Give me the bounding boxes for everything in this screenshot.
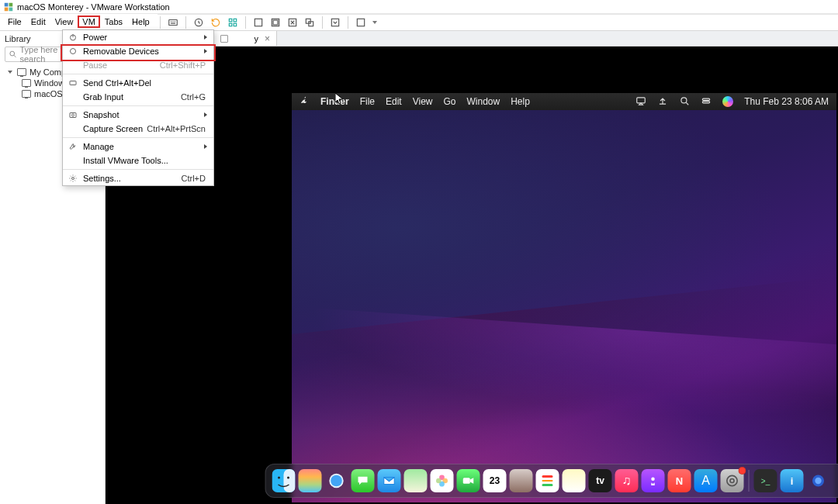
dock-appstore-icon[interactable]: A	[694, 469, 718, 492]
submenu-arrow-icon	[204, 35, 207, 40]
dock-facetime-icon[interactable]	[457, 469, 480, 492]
svg-rect-12	[273, 20, 278, 25]
tab-active[interactable]: macOS Monterey y ×	[214, 31, 277, 47]
vm-icon	[22, 79, 31, 87]
svg-rect-17	[357, 19, 364, 26]
dock-podcasts-icon[interactable]	[642, 469, 665, 492]
svg-rect-1	[9, 2, 13, 6]
menu-snapshot[interactable]: Snapshot	[63, 108, 213, 122]
svg-point-42	[436, 478, 442, 484]
mac-menu-edit[interactable]: Edit	[386, 96, 402, 107]
svg-point-38	[331, 475, 342, 487]
menu-manage[interactable]: Manage	[63, 140, 213, 154]
svg-rect-32	[703, 101, 710, 102]
window-titlebar: macOS Monterey - VMware Workstation	[0, 0, 838, 14]
menu-pause[interactable]: PauseCtrl+Shift+P	[63, 58, 213, 72]
menu-capture-screen[interactable]: Capture ScreenCtrl+Alt+PrtScn	[63, 122, 213, 136]
stretch-button[interactable]	[353, 15, 369, 30]
menu-install-tools[interactable]: Install VMware Tools...	[63, 154, 213, 167]
menu-grab-input[interactable]: Grab InputCtrl+G	[63, 90, 213, 104]
computer-icon	[17, 68, 26, 76]
vm-icon	[22, 90, 31, 98]
dock-terminal-icon[interactable]: >_	[754, 469, 777, 492]
menubar: File Edit View VM Tabs Help	[0, 14, 158, 29]
mac-dock: 23tv♫NA>_i	[265, 464, 839, 498]
menu-help[interactable]: Help	[127, 16, 154, 28]
mac-menu-file[interactable]: File	[360, 96, 375, 107]
dock-calendar-icon[interactable]: 23	[483, 469, 507, 492]
fit-guest-button[interactable]	[251, 15, 266, 30]
dock-mail-icon[interactable]	[378, 469, 401, 492]
dock-finder-icon[interactable]	[272, 469, 296, 492]
snapshot-revert-button[interactable]	[208, 15, 223, 30]
screen-mirror-icon[interactable]	[635, 95, 646, 109]
siri-icon[interactable]	[722, 96, 733, 107]
dock-reminders-icon[interactable]	[536, 469, 559, 492]
dock-maps-icon[interactable]	[404, 469, 428, 492]
dock-settings-icon[interactable]	[721, 469, 744, 492]
fullscreen-button[interactable]	[285, 15, 300, 30]
svg-rect-8	[229, 23, 232, 26]
svg-point-29	[681, 97, 687, 102]
spotlight-icon[interactable]	[679, 95, 690, 109]
mac-menu-window[interactable]: Window	[467, 96, 500, 107]
guest-display[interactable]: Finder File Edit View Go Window Help Thu…	[292, 93, 836, 502]
tab-close-icon[interactable]: ×	[265, 33, 270, 44]
menu-send-cad[interactable]: Send Ctrl+Alt+Del	[63, 76, 213, 90]
dock-tv-icon[interactable]: tv	[589, 469, 612, 492]
open-vm-button[interactable]	[327, 15, 343, 30]
console-view-button[interactable]	[268, 15, 283, 30]
mac-menubar: Finder File Edit View Go Window Help Thu…	[292, 93, 836, 110]
app-logo-icon	[3, 2, 14, 12]
tab-strip: macOS Monterey y ×	[106, 31, 838, 47]
dock-music-icon[interactable]: ♫	[615, 469, 639, 492]
stretch-dropdown-caret[interactable]	[372, 21, 377, 24]
unity-button[interactable]	[302, 15, 317, 30]
power-icon	[68, 32, 78, 43]
dock-photos-icon[interactable]	[431, 469, 454, 492]
svg-rect-10	[255, 19, 261, 26]
svg-rect-3	[9, 7, 13, 11]
menu-edit[interactable]: Edit	[26, 16, 50, 28]
dock-messages-icon[interactable]	[351, 469, 375, 492]
menu-removable-devices[interactable]: Removable Devices	[63, 44, 213, 58]
send-keys-button[interactable]	[165, 15, 181, 30]
svg-rect-9	[234, 23, 237, 26]
menu-power[interactable]: Power	[63, 30, 213, 44]
circle-icon	[68, 46, 78, 57]
mac-menu-go[interactable]: Go	[444, 96, 456, 107]
dock-safari-icon[interactable]	[325, 469, 348, 492]
badge-icon	[739, 467, 746, 475]
apple-menu-icon[interactable]	[300, 95, 310, 108]
window-title: macOS Monterey - VMware Workstation	[17, 2, 170, 12]
dock-quicktime-icon[interactable]	[807, 469, 830, 492]
mac-menu-view[interactable]: View	[413, 96, 433, 107]
dock-info-icon[interactable]: i	[781, 469, 804, 492]
menu-vm[interactable]: VM	[78, 16, 100, 28]
send-keys-icon	[68, 78, 78, 88]
menu-view[interactable]: View	[50, 16, 78, 28]
mac-wallpaper	[292, 110, 836, 502]
snapshot-manager-button[interactable]	[225, 15, 241, 30]
submenu-arrow-icon	[204, 144, 207, 149]
mac-menu-help[interactable]: Help	[511, 96, 530, 107]
mac-menu-finder[interactable]: Finder	[320, 96, 349, 107]
control-center-icon[interactable]	[701, 95, 712, 109]
dock-contacts-icon[interactable]	[510, 469, 533, 492]
svg-rect-4	[169, 20, 178, 26]
dock-trash-icon[interactable]	[833, 469, 839, 492]
mac-datetime[interactable]: Thu Feb 23 8:06 AM	[744, 96, 829, 107]
svg-point-44	[651, 478, 655, 482]
menu-settings[interactable]: Settings...Ctrl+D	[63, 171, 213, 185]
wrench-icon	[68, 141, 78, 152]
snapshot-button[interactable]	[191, 15, 206, 30]
svg-point-36	[287, 477, 289, 479]
dock-launchpad-icon[interactable]	[299, 469, 322, 492]
dock-notes-icon[interactable]	[563, 469, 586, 492]
menu-file[interactable]: File	[3, 16, 26, 28]
svg-point-26	[72, 178, 74, 180]
menu-tabs[interactable]: Tabs	[100, 16, 127, 28]
dock-news-icon[interactable]: N	[668, 469, 691, 492]
upload-icon[interactable]	[657, 95, 668, 109]
submenu-arrow-icon	[204, 49, 207, 54]
